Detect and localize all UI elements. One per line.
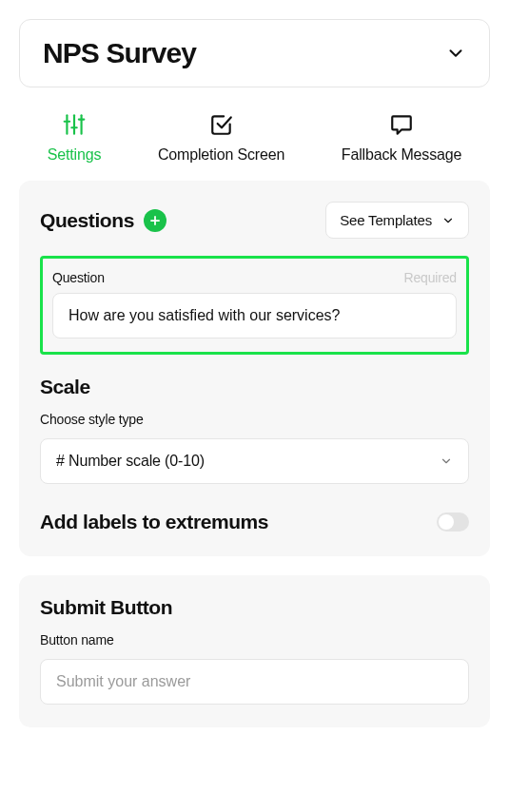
scale-style-select[interactable]: # Number scale (0-10) xyxy=(40,438,469,484)
scale-selected-value: # Number scale (0-10) xyxy=(56,453,205,470)
question-input[interactable] xyxy=(52,293,457,338)
check-square-icon xyxy=(209,112,234,137)
tab-settings[interactable]: Settings xyxy=(48,112,102,164)
tabs: Settings Completion Screen Fallback Mess… xyxy=(19,112,490,164)
see-templates-button[interactable]: See Templates xyxy=(325,202,469,239)
submit-section-title: Submit Button xyxy=(40,596,469,619)
survey-title-dropdown[interactable]: NPS Survey xyxy=(19,19,490,87)
scale-title: Scale xyxy=(40,376,469,398)
questions-title: Questions xyxy=(40,209,134,232)
tab-completion-screen[interactable]: Completion Screen xyxy=(158,112,284,164)
tab-label: Fallback Message xyxy=(342,146,461,164)
chevron-down-icon xyxy=(440,454,453,468)
tab-label: Settings xyxy=(48,146,102,164)
chevron-down-icon xyxy=(441,214,455,227)
style-type-label: Choose style type xyxy=(40,412,469,427)
button-name-input[interactable] xyxy=(40,659,469,705)
question-block: Question Required xyxy=(40,256,469,355)
plus-icon xyxy=(148,214,162,227)
button-name-label: Button name xyxy=(40,632,469,648)
tab-label: Completion Screen xyxy=(158,146,284,164)
extremums-toggle[interactable] xyxy=(437,512,469,532)
questions-panel: Questions See Templates Question Require… xyxy=(19,181,490,556)
page-title: NPS Survey xyxy=(43,37,196,69)
sliders-icon xyxy=(62,112,87,137)
required-label: Required xyxy=(403,270,457,285)
add-question-button[interactable] xyxy=(144,209,166,232)
submit-button-panel: Submit Button Button name xyxy=(19,575,490,727)
extremums-title: Add labels to extremums xyxy=(40,511,268,533)
templates-label: See Templates xyxy=(340,212,432,228)
tab-fallback-message[interactable]: Fallback Message xyxy=(342,112,461,164)
question-field-label: Question xyxy=(52,270,105,285)
message-icon xyxy=(389,112,414,137)
chevron-down-icon xyxy=(445,43,466,64)
